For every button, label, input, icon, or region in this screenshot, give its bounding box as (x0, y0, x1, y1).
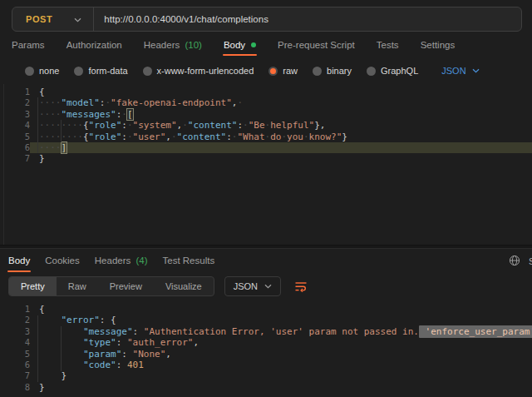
token-key: "content" (188, 120, 238, 131)
response-line-5: 5 "param": "None", (0, 349, 532, 360)
token-sp (39, 315, 62, 325)
body-type-binary[interactable]: binary (313, 66, 352, 76)
token-str: "Be (249, 120, 265, 131)
app-window: { "colors": { "accent_orange": "#ff6c37"… (0, 0, 532, 397)
token-str: "user" (133, 132, 166, 142)
view-pretty[interactable]: Pretty (9, 277, 57, 295)
view-mode-switch: PrettyRawPreviewVisualize (8, 276, 214, 296)
token-sel: 'enforce_user_param'=True" (419, 325, 532, 338)
code-text[interactable]: ····"messages":·[ (30, 109, 532, 120)
request-body-editor[interactable]: 1{2····"model":·"fake-openai-endpoint",·… (0, 84, 532, 245)
radio-icon (25, 67, 34, 76)
token-str: "What (237, 132, 264, 142)
request-tab-headers[interactable]: Headers (10) (144, 40, 202, 56)
request-tab-pre-request-script[interactable]: Pre-request Script (278, 40, 355, 56)
request-tab-tests[interactable]: Tests (377, 40, 399, 56)
request-tab-authorization[interactable]: Authorization (66, 40, 122, 56)
code-text[interactable]: { (30, 87, 532, 97)
body-type-label: none (39, 66, 59, 76)
tab-count: (10) (182, 40, 202, 50)
body-type-form-data[interactable]: form-data (74, 66, 127, 76)
token-pun: }, (314, 120, 325, 131)
response-line-6: 6 "code": 401 (0, 360, 532, 370)
token-key: "model" (62, 97, 100, 108)
url-input[interactable]: http://0.0.0.0:4000/v1/chat/completions (104, 14, 268, 24)
status-label-clipped: Sta (529, 256, 532, 266)
token-pun: { (39, 304, 45, 315)
wrap-text-icon[interactable] (289, 278, 313, 295)
token-ws: · (121, 109, 127, 120)
token-str: "None" (133, 349, 166, 360)
code-text[interactable]: ····] (30, 142, 532, 153)
tab-count: (4) (133, 256, 147, 265)
token-ws: · (303, 132, 309, 142)
divider (93, 7, 94, 31)
response-tab-body[interactable]: Body (8, 256, 30, 272)
response-body-editor[interactable]: 1{2 "error": {3 "message": "Authenticati… (0, 301, 532, 397)
radio-icon (74, 67, 83, 76)
view-raw[interactable]: Raw (57, 277, 98, 295)
code-text[interactable]: "param": "None", (30, 349, 532, 360)
code-text[interactable]: } (30, 153, 532, 164)
tab-label: Authorization (66, 40, 122, 50)
body-type-raw[interactable]: raw (268, 66, 298, 76)
indent-guide (37, 97, 38, 153)
token-brk: ] (62, 142, 67, 153)
request-line-4: 4········{"role":·"system",·"content":·"… (0, 120, 532, 131)
code-text[interactable]: } (30, 382, 532, 393)
body-type-none[interactable]: none (25, 66, 59, 76)
token-sp (121, 337, 127, 348)
code-text[interactable]: { (30, 304, 532, 315)
body-type-label: GraphQL (381, 66, 418, 76)
request-tab-body[interactable]: Body (224, 40, 256, 56)
response-language-select[interactable]: JSON (224, 276, 281, 296)
indent-guide (61, 120, 62, 142)
code-text[interactable]: ····"model":·"fake-openai-endpoint",· (30, 97, 532, 108)
line-number: 6 (0, 360, 30, 370)
code-text[interactable]: "error": { (30, 315, 532, 325)
code-text[interactable]: } (30, 370, 532, 381)
token-pun: : (121, 132, 127, 142)
tab-label: Body (8, 256, 30, 265)
token-ws: · (171, 132, 177, 142)
token-ws: · (237, 97, 243, 108)
token-pun: , (165, 132, 171, 142)
response-tab-headers[interactable]: Headers (4) (95, 256, 148, 272)
body-type-x-www-form-urlencoded[interactable]: x-www-form-urlencoded (143, 66, 254, 76)
token-pun: { (39, 87, 45, 97)
request-tab-params[interactable]: Params (12, 40, 45, 56)
token-sp (121, 360, 127, 370)
view-preview[interactable]: Preview (98, 277, 154, 295)
body-type-label: x-www-form-urlencoded (157, 66, 254, 76)
response-tab-test-results[interactable]: Test Results (163, 256, 215, 272)
token-key: "type" (83, 337, 116, 348)
token-pun: } (342, 132, 347, 142)
request-line-1: 1{ (0, 87, 532, 97)
request-tab-settings[interactable]: Settings (421, 40, 456, 56)
method-selector[interactable]: POST (12, 14, 52, 24)
token-str: helpful" (270, 120, 314, 131)
body-type-graphql[interactable]: GraphQL (367, 66, 418, 76)
chevron-down-icon[interactable] (74, 17, 81, 22)
token-pun: : (121, 120, 127, 131)
token-sp (39, 370, 62, 381)
token-pun: : (226, 132, 232, 142)
body-type-row: noneform-datax-www-form-urlencodedrawbin… (25, 59, 520, 82)
tab-label: Params (12, 40, 45, 50)
response-line-4: 4 "type": "auth_error", (0, 337, 532, 348)
code-text[interactable]: "type": "auth_error", (30, 337, 532, 348)
globe-icon[interactable] (509, 255, 520, 266)
token-str: "auth_error" (127, 337, 193, 348)
code-text[interactable]: "message": "Authentication Error, 'user'… (30, 326, 532, 337)
view-visualize[interactable]: Visualize (154, 277, 214, 295)
response-tab-cookies[interactable]: Cookies (45, 256, 80, 272)
code-text[interactable]: ········{"role":·"system",·"content":·"B… (30, 120, 532, 131)
indent-guide (37, 315, 38, 382)
line-number: 7 (0, 370, 30, 381)
code-text[interactable]: "code": 401 (30, 360, 532, 370)
code-text[interactable]: ········{"role":·"user",·"content":·"Wha… (30, 132, 532, 142)
body-language-select[interactable]: JSON (441, 66, 479, 76)
token-ws: · (127, 132, 133, 142)
token-key: "error" (62, 315, 100, 325)
line-number: 2 (0, 97, 30, 108)
